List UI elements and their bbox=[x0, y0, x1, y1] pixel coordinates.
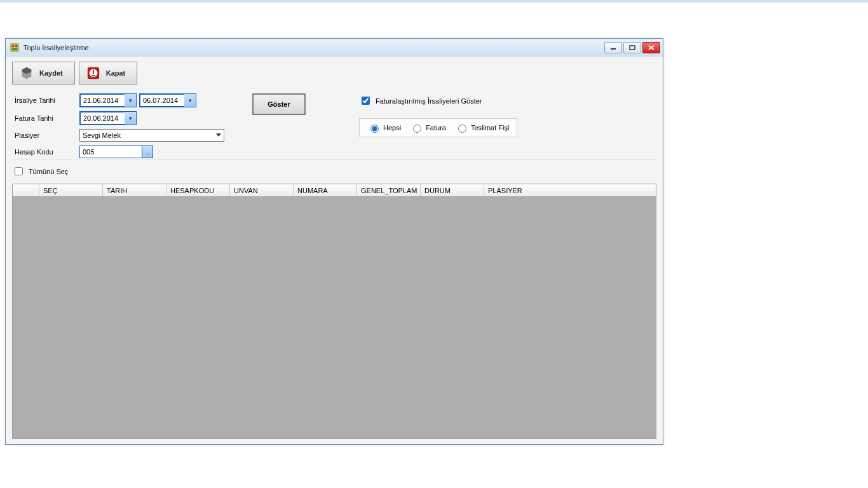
irsaliye-date-from-dropdown[interactable]: ▾ bbox=[125, 94, 136, 107]
save-button[interactable]: Kaydet bbox=[12, 62, 75, 85]
fatura-date-picker[interactable]: ▾ bbox=[79, 111, 137, 125]
window-title: Toplu İrsaliyeleştirme bbox=[24, 44, 89, 51]
irsaliye-tarihi-label: İrsaliye Tarihi bbox=[15, 97, 76, 104]
svg-rect-2 bbox=[15, 44, 18, 47]
window-content: Kaydet Kapat İrsaliye Tarihi ▾ bbox=[6, 57, 663, 444]
fatura-date-dropdown[interactable]: ▾ bbox=[125, 112, 136, 125]
data-grid[interactable]: SEÇ TARIH HESAPKODU UNVAN NUMARA GENEL_T… bbox=[12, 184, 656, 439]
grid-col-genel-toplam[interactable]: GENEL_TOPLAM bbox=[357, 184, 421, 196]
close-button[interactable]: Kapat bbox=[79, 62, 138, 85]
show-invoiced-checkbox[interactable] bbox=[362, 97, 370, 105]
svg-rect-4 bbox=[611, 48, 616, 50]
hesap-kodu-input[interactable] bbox=[79, 146, 142, 158]
select-all-label: Tümünü Seç bbox=[29, 168, 68, 175]
irsaliye-date-to-dropdown[interactable]: ▾ bbox=[184, 94, 196, 107]
close-button-label: Kapat bbox=[106, 69, 126, 77]
save-button-label: Kaydet bbox=[39, 69, 63, 77]
fatura-date-input[interactable] bbox=[80, 112, 125, 125]
maximize-button[interactable] bbox=[623, 42, 641, 53]
svg-rect-1 bbox=[12, 44, 15, 47]
radio-fatura[interactable]: Fatura bbox=[410, 123, 446, 133]
show-invoiced-label: Faturalaştırılmış İrsaliyeleri Göster bbox=[376, 97, 482, 105]
grid-col-unvan[interactable]: UNVAN bbox=[230, 184, 294, 196]
grid-col-numara[interactable]: NUMARA bbox=[294, 184, 357, 196]
plasiyer-label: Plasiyer bbox=[15, 132, 76, 139]
app-icon bbox=[10, 43, 20, 53]
doc-type-radio-group: Hepsi Fatura Teslimat Fişi bbox=[359, 118, 517, 137]
filters-left: İrsaliye Tarihi ▾ ▾ Fatura Tarihi bbox=[15, 93, 224, 158]
irsaliye-date-from-input[interactable] bbox=[80, 94, 125, 107]
hesap-kodu-label: Hesap Kodu bbox=[15, 148, 76, 156]
grid-col-sec[interactable]: SEÇ bbox=[39, 184, 103, 196]
plasiyer-value: Sevgi Melek bbox=[83, 132, 121, 139]
plasiyer-select[interactable]: Sevgi Melek bbox=[79, 129, 224, 142]
save-icon bbox=[19, 65, 34, 81]
app-window: Toplu İrsaliyeleştirme Kaydet bbox=[5, 38, 663, 445]
show-invoiced-checkbox-row[interactable]: Faturalaştırılmış İrsaliyeleri Göster bbox=[359, 95, 517, 107]
toolbar: Kaydet Kapat bbox=[12, 62, 656, 85]
radio-teslimat-fisi[interactable]: Teslimat Fişi bbox=[455, 123, 510, 133]
irsaliye-date-from-picker[interactable]: ▾ bbox=[79, 93, 137, 107]
page-top-strip bbox=[0, 0, 868, 3]
filters-right: Faturalaştırılmış İrsaliyeleri Göster He… bbox=[359, 93, 517, 137]
select-all-row[interactable]: Tümünü Seç bbox=[12, 165, 656, 179]
radio-hepsi[interactable]: Hepsi bbox=[367, 123, 401, 133]
close-window-button[interactable] bbox=[642, 42, 660, 53]
select-all-checkbox[interactable] bbox=[15, 167, 23, 175]
hesap-kodu-lookup-button[interactable]: .. bbox=[142, 146, 153, 158]
titlebar: Toplu İrsaliyeleştirme bbox=[6, 39, 663, 57]
grid-header: SEÇ TARIH HESAPKODU UNVAN NUMARA GENEL_T… bbox=[13, 184, 656, 197]
chevron-down-icon bbox=[216, 133, 221, 137]
grid-col-tarih[interactable]: TARIH bbox=[103, 184, 166, 196]
fatura-tarihi-label: Fatura Tarihi bbox=[15, 114, 76, 122]
svg-rect-8 bbox=[93, 70, 94, 74]
irsaliye-date-to-input[interactable] bbox=[140, 94, 184, 107]
filters-panel: İrsaliye Tarihi ▾ ▾ Fatura Tarihi bbox=[12, 90, 656, 160]
close-icon bbox=[86, 65, 101, 81]
grid-col-durum[interactable]: DURUM bbox=[421, 184, 484, 196]
window-buttons bbox=[604, 42, 660, 53]
svg-rect-5 bbox=[630, 46, 635, 50]
grid-col-plasiyer[interactable]: PLASIYER bbox=[484, 184, 548, 196]
svg-rect-3 bbox=[12, 48, 18, 50]
irsaliye-date-to-picker[interactable]: ▾ bbox=[139, 93, 196, 107]
hesap-kodu-box: .. bbox=[79, 146, 224, 158]
minimize-button[interactable] bbox=[604, 42, 622, 53]
grid-col-hesapkodu[interactable]: HESAPKODU bbox=[166, 184, 230, 196]
grid-row-selector-header[interactable] bbox=[13, 184, 39, 196]
goster-button[interactable]: Göster bbox=[252, 93, 306, 115]
